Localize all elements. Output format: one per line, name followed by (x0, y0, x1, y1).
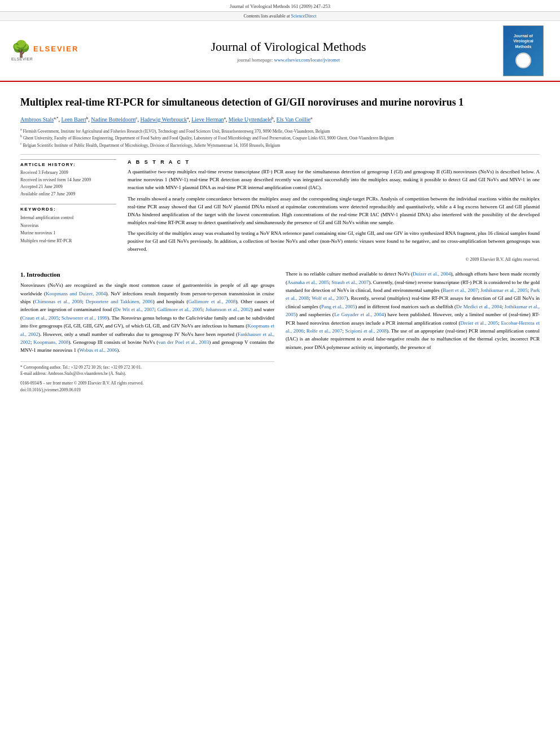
available-online-date: Available online 27 June 2009 (20, 191, 116, 198)
abstract-para-3: The specificity of the multiplex assay w… (128, 230, 540, 254)
journal-logo-right: Journal of Virological Methods (498, 25, 549, 76)
intro-para-2: There is no reliable culture method avai… (286, 270, 540, 351)
right-column: A B S T R A C T A quantitative two-step … (128, 159, 540, 262)
ref-dewit[interactable]: De Wit et al., 2007 (115, 307, 155, 312)
intro-para-1: Noroviruses (NoVs) are recognized as the… (20, 281, 274, 355)
ref-johansson[interactable]: Johansson et al., 2002 (205, 307, 251, 312)
elsevier-sub: ELSEVIER (11, 57, 33, 61)
keyword-4: Multiplex real-time RT-PCR (20, 237, 116, 245)
divider-1 (20, 154, 540, 155)
copyright-line: © 2009 Elsevier B.V. All rights reserved… (128, 257, 540, 262)
ref-koopmans-2002[interactable]: Koopmans et al., 2002 (20, 323, 274, 337)
elm-tree-icon: 🌳 (11, 41, 31, 57)
ref-gallimore-2005[interactable]: Gallimore et al., 2005 (158, 307, 203, 312)
keywords-box: Keywords: Internal amplification control… (20, 204, 116, 244)
sciencedirect-link[interactable]: ScienceDirect (291, 14, 317, 19)
ref-rolfe[interactable]: Rolfe et al., 2007 (307, 328, 342, 334)
ref-chimonas[interactable]: Chimonas et al., 2008 (34, 299, 82, 304)
keyword-3: Murine norovirus 1 (20, 229, 116, 237)
journal-name: Journal of Virological Methods (79, 39, 498, 55)
footnote-corresponding: * Corresponding author. Tel.: +32 09 272… (20, 364, 274, 370)
ref-straub[interactable]: Straub et al., 2007 (331, 279, 369, 285)
article-history-box: Article history: Received 3 February 200… (20, 159, 116, 198)
continuation-column: There is no reliable culture method avai… (286, 270, 540, 393)
ref-le-guyader[interactable]: Le Guyader et al., 2004 (334, 312, 384, 317)
ref-jothikumar[interactable]: Jothikumar et al., 2005 (480, 287, 527, 293)
footnote-doi: doi:10.1016/j.jviromet.2009.06.019 (20, 387, 274, 393)
ref-baert[interactable]: Baert et al., 2007 (443, 287, 478, 293)
ref-koopmans-2008[interactable]: Koopmans, 2008 (33, 339, 68, 345)
main-content: Multiplex real-time RT-PCR for simultane… (0, 82, 560, 402)
article-body: Article history: Received 3 February 200… (20, 159, 540, 262)
author-7: Els Van Coilliea (277, 116, 312, 123)
journal-thumb-circle (515, 53, 531, 68)
keywords-heading: Keywords: (20, 207, 116, 212)
article-history-heading: Article history: (20, 162, 116, 167)
homepage-label: journal homepage: (237, 57, 273, 63)
footnote-email: E-mail address: Ambroos.Stals@ilvo.vlaan… (20, 370, 274, 377)
abstract-heading: A B S T R A C T (128, 159, 540, 165)
author-2: Leen Baertb, (62, 116, 91, 123)
footnote-issn: 0166-0934/$ – see front matter © 2009 El… (20, 380, 274, 386)
ref-wolf[interactable]: Wolf et al., 2007 (312, 295, 346, 301)
journal-thumb-title: Journal of Virological Methods (506, 33, 540, 49)
keyword-2: Norovirus (20, 222, 116, 230)
abstract-para-1: A quantitative two-step multiplex real-t… (128, 168, 540, 192)
author-1: Ambroos Stalsa,*, (20, 116, 62, 123)
abstract-para-2: The results showed a nearly complete con… (128, 195, 540, 227)
received-revised-date: Received in revised form 14 June 2009 (20, 177, 116, 184)
ref-asanaka[interactable]: Asanaka et al., 2005 (287, 279, 329, 285)
ref-duizer[interactable]: Duizer et al., 2004 (413, 271, 451, 277)
ref-de-medici[interactable]: De Medici et al., 2004 (456, 304, 502, 309)
author-5: Lieve Hermana, (191, 116, 229, 123)
left-column: Article history: Received 3 February 200… (20, 159, 116, 262)
author-4: Hadewig Werbroucka, (140, 116, 191, 123)
affiliation-b: b Ghent University, Faculty of Bioscienc… (20, 134, 540, 141)
author-6: Mieke Uyttendaeleb, (229, 116, 277, 123)
sciencedirect-bar: Contents lists available at ScienceDirec… (0, 12, 560, 21)
bottom-content: 1. Introduction Noroviruses (NoVs) are r… (20, 270, 540, 393)
journal-header: 🌳 ELSEVIER ELSEVIER Journal of Virologic… (0, 21, 560, 82)
introduction-heading: 1. Introduction (20, 271, 274, 278)
article-title: Multiplex real-time RT-PCR for simultane… (20, 95, 540, 109)
ref-pang[interactable]: Pang et al., 2005 (321, 304, 355, 309)
ref-dreier[interactable]: Dreier et al., 2005 (461, 320, 498, 326)
top-bar: Journal of Virological Methods 161 (2009… (0, 0, 560, 12)
journal-thumbnail: Journal of Virological Methods (503, 25, 544, 76)
ref-depoortere[interactable]: Depoortere and Takkinen, 2006 (86, 299, 153, 304)
affiliation-a: a Flemish Government, Institute for Agri… (20, 127, 540, 134)
author-3: Nadine Botteldoornc, (91, 116, 140, 123)
ref-gallimore[interactable]: Gallimore et al., 2008 (189, 299, 236, 304)
contents-prefix: Contents lists available at (244, 14, 290, 19)
ref-schwoerer[interactable]: Schwoerer et al., 1999 (62, 315, 107, 321)
introduction-column: 1. Introduction Noroviruses (NoVs) are r… (20, 270, 274, 393)
ref-van-der-poel[interactable]: van der Poel et al., 2003 (158, 339, 209, 345)
journal-citation: Journal of Virological Methods 161 (2009… (230, 3, 330, 9)
received-date: Received 3 February 2009 (20, 169, 116, 177)
journal-title-area: Journal of Virological Methods journal h… (79, 39, 498, 63)
elsevier-brand: ELSEVIER (33, 45, 78, 53)
affiliations: a Flemish Government, Institute for Agri… (20, 127, 540, 148)
accepted-date: Accepted 21 June 2009 (20, 184, 116, 191)
homepage-url[interactable]: www.elsevier.com/locate/jviromet (274, 57, 340, 63)
ref-koopmans-duizer[interactable]: Koopmans and Duizer, 2004 (46, 291, 106, 296)
ref-wobus[interactable]: Wobus et al., 2006 (79, 347, 117, 353)
affiliation-c: c Belgian Scientific Institute of Public… (20, 141, 540, 148)
ref-scipioni[interactable]: Scipioni et al., 2008 (345, 328, 386, 334)
authors-line: Ambroos Stalsa,*, Leen Baertb, Nadine Bo… (20, 115, 540, 123)
journal-homepage: journal homepage: www.elsevier.com/locat… (79, 57, 498, 63)
keyword-1: Internal amplification control (20, 214, 116, 222)
footnote-section: * Corresponding author. Tel.: +32 09 272… (20, 361, 274, 393)
ref-craun[interactable]: Craun et al., 2005 (22, 315, 59, 321)
elsevier-logo: 🌳 ELSEVIER ELSEVIER (11, 41, 79, 61)
